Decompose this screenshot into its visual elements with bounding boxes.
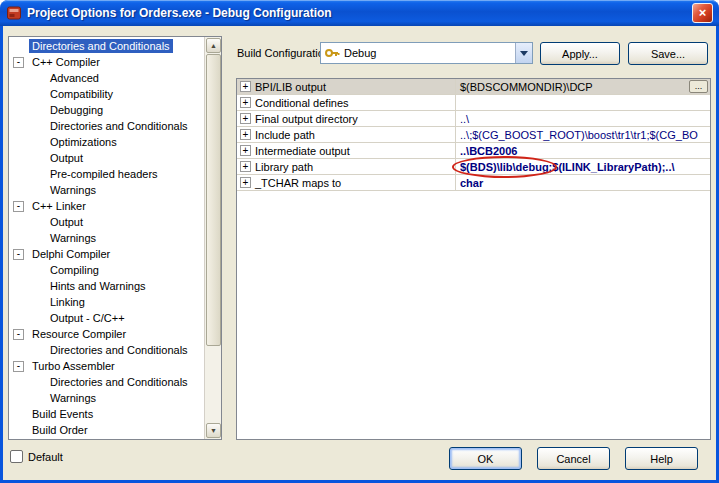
build-config-select[interactable]: Debug xyxy=(320,42,533,64)
scroll-down-icon[interactable]: ▼ xyxy=(206,423,221,438)
expand-icon[interactable]: + xyxy=(240,145,251,156)
tree-item-linking[interactable]: Linking xyxy=(9,294,204,310)
tree-item-directories-and-conditionals-tasm[interactable]: Directories and Conditionals xyxy=(9,374,204,390)
tree-item-output-c-cpp[interactable]: Output - C/C++ xyxy=(9,310,204,326)
save-button[interactable]: Save... xyxy=(628,42,708,65)
default-label: Default xyxy=(28,451,63,463)
property-row-conditional-defines[interactable]: +Conditional defines xyxy=(237,95,710,111)
cancel-button[interactable]: Cancel xyxy=(537,447,610,470)
collapse-icon[interactable]: - xyxy=(13,329,24,340)
tree-item-advanced[interactable]: Advanced xyxy=(9,70,204,86)
title-bar: Project Options for Orders.exe - Debug C… xyxy=(0,0,719,26)
tree-item-directories-and-conditionals-rc[interactable]: Directories and Conditionals xyxy=(9,342,204,358)
tree-item-hints-and-warnings[interactable]: Hints and Warnings xyxy=(9,278,204,294)
tree-item-delphi-compiler[interactable]: -Delphi Compiler xyxy=(9,246,204,262)
tree-item-build-order[interactable]: Build Order xyxy=(9,422,204,438)
expand-icon[interactable]: + xyxy=(240,129,251,140)
tree-item-tasm-warnings[interactable]: Warnings xyxy=(9,390,204,406)
key-icon xyxy=(324,45,340,61)
expand-icon[interactable]: + xyxy=(240,177,251,188)
property-row-include-path[interactable]: +Include path ..\;$(CG_BOOST_ROOT)\boost… xyxy=(237,127,710,143)
property-row-final-output-directory[interactable]: +Final output directory ..\ xyxy=(237,111,710,127)
property-value[interactable]: char xyxy=(460,177,483,189)
tree-indent xyxy=(13,41,24,52)
property-grid: +BPI/LIB output $(BDSCOMMONDIR)\DCP ... … xyxy=(236,78,711,440)
property-row-intermediate-output[interactable]: +Intermediate output ..\BCB2006 xyxy=(237,143,710,159)
dialog-body: Directories and Conditionals -C++ Compil… xyxy=(3,26,716,480)
property-name: Final output directory xyxy=(255,113,358,125)
property-name: _TCHAR maps to xyxy=(255,177,341,189)
dropdown-button[interactable] xyxy=(515,43,532,63)
expand-icon[interactable]: + xyxy=(240,97,251,108)
property-name: Conditional defines xyxy=(255,97,349,109)
property-value-rest[interactable]: $(ILINK_LibraryPath);..\ xyxy=(552,161,674,173)
tree-items: Directories and Conditionals -C++ Compil… xyxy=(9,38,204,439)
tree-item-resource-compiler[interactable]: -Resource Compiler xyxy=(9,326,204,342)
property-value: $(BDS)\lib\debug; xyxy=(460,161,552,173)
tree-indent xyxy=(13,425,24,436)
tree-item-build-events[interactable]: Build Events xyxy=(9,406,204,422)
property-name: Include path xyxy=(255,129,315,141)
ok-button[interactable]: OK xyxy=(449,447,522,470)
scrollbar-thumb[interactable] xyxy=(206,54,221,346)
tree-item-cpp-linker[interactable]: -C++ Linker xyxy=(9,198,204,214)
close-button[interactable]: × xyxy=(692,3,713,23)
default-option[interactable]: Default xyxy=(10,450,63,463)
tree-item-cpp-compiler[interactable]: -C++ Compiler xyxy=(9,54,204,70)
tree-item-compatibility[interactable]: Compatibility xyxy=(9,86,204,102)
project-options-dialog: Project Options for Orders.exe - Debug C… xyxy=(0,0,719,483)
app-icon xyxy=(6,5,22,21)
tree-indent xyxy=(13,409,24,420)
scroll-up-icon[interactable]: ▲ xyxy=(206,38,221,53)
tree-item-output[interactable]: Output xyxy=(9,150,204,166)
collapse-icon[interactable]: - xyxy=(13,201,24,212)
build-config-value: Debug xyxy=(344,47,515,59)
property-row-tchar-maps-to[interactable]: +_TCHAR maps to char xyxy=(237,175,710,191)
library-path-circled-value[interactable]: $(BDS)\lib\debug; xyxy=(460,161,552,173)
collapse-icon[interactable]: - xyxy=(13,57,24,68)
property-row-bpi-lib-output[interactable]: +BPI/LIB output $(BDSCOMMONDIR)\DCP ... xyxy=(237,79,710,95)
property-name: Library path xyxy=(255,161,313,173)
tree-item-linker-warnings[interactable]: Warnings xyxy=(9,230,204,246)
window-title: Project Options for Orders.exe - Debug C… xyxy=(27,6,692,20)
property-row-library-path[interactable]: +Library path $(BDS)\lib\debug;$(ILINK_L… xyxy=(237,159,710,175)
ellipsis-button[interactable]: ... xyxy=(689,80,708,93)
tree-scrollbar[interactable]: ▲ ▼ xyxy=(204,37,221,439)
property-value[interactable]: $(BDSCOMMONDIR)\DCP xyxy=(460,81,593,93)
help-button[interactable]: Help xyxy=(625,447,698,470)
tree-item-compiling[interactable]: Compiling xyxy=(9,262,204,278)
tree-item-debugging[interactable]: Debugging xyxy=(9,102,204,118)
expand-icon[interactable]: + xyxy=(240,113,251,124)
tree-item-warnings[interactable]: Warnings xyxy=(9,182,204,198)
tree-item-turbo-assembler[interactable]: -Turbo Assembler xyxy=(9,358,204,374)
property-value[interactable]: ..\ xyxy=(460,113,469,125)
expand-icon[interactable]: + xyxy=(240,161,251,172)
apply-button[interactable]: Apply... xyxy=(540,42,620,65)
tree-item-precompiled-headers[interactable]: Pre-compiled headers xyxy=(9,166,204,182)
property-value[interactable]: ..\BCB2006 xyxy=(460,145,517,157)
tree-item-directories-and-conditionals-cpp[interactable]: Directories and Conditionals xyxy=(9,118,204,134)
chevron-down-icon xyxy=(520,51,528,56)
tree-item-label-selected: Directories and Conditionals xyxy=(29,39,173,53)
property-name: BPI/LIB output xyxy=(255,81,326,93)
property-value[interactable]: ..\;$(CG_BOOST_ROOT)\boost\tr1\tr1;$(CG_… xyxy=(460,129,698,141)
property-name: Intermediate output xyxy=(255,145,350,157)
tree-item-directories-and-conditionals[interactable]: Directories and Conditionals xyxy=(9,38,204,54)
default-checkbox[interactable] xyxy=(10,450,23,463)
expand-icon[interactable]: + xyxy=(240,81,251,92)
tree-item-linker-output[interactable]: Output xyxy=(9,214,204,230)
collapse-icon[interactable]: - xyxy=(13,249,24,260)
collapse-icon[interactable]: - xyxy=(13,361,24,372)
tree-item-optimizations[interactable]: Optimizations xyxy=(9,134,204,150)
options-tree: Directories and Conditionals -C++ Compil… xyxy=(8,36,222,440)
build-configuration-label: Build Configuration: xyxy=(237,47,333,59)
